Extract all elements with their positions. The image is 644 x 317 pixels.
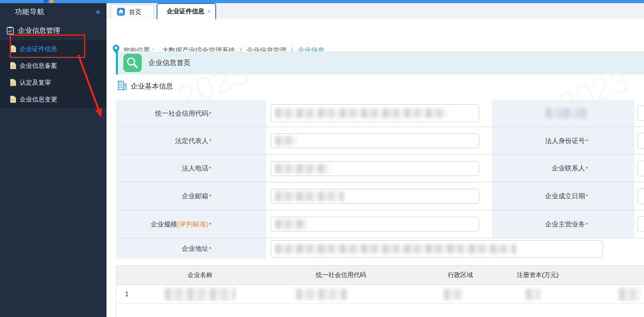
field-label: 企业主营业务* bbox=[492, 210, 634, 238]
column-header-capital: 注册资本(万元) bbox=[501, 271, 574, 279]
field-label-redacted bbox=[492, 100, 634, 127]
document-icon bbox=[10, 62, 16, 71]
column-header-region: 行政区域 bbox=[419, 271, 501, 279]
enterprise-table: 企业名称 统一社会信用代码 行政区域 注册资本(万元) 1 bbox=[116, 265, 644, 317]
field-label: 法人电话* bbox=[116, 155, 266, 182]
redacted-value bbox=[275, 244, 516, 254]
field-label: 统一社会信用代码* bbox=[116, 100, 266, 127]
form-row-email: 企业邮箱* 企业成立日期* bbox=[116, 182, 644, 210]
form-row-legal-phone: 法人电话* 企业联系人* bbox=[116, 154, 644, 182]
sidebar-submenu: 企业证件信息 企业信息备案 bbox=[0, 40, 106, 108]
redacted-value bbox=[165, 288, 235, 301]
document-icon bbox=[10, 96, 16, 105]
redacted-value bbox=[275, 164, 328, 173]
search-icon bbox=[123, 54, 142, 72]
sidebar-item-label: 企业信息变更 bbox=[20, 91, 57, 108]
required-mark: * bbox=[209, 110, 211, 117]
sidebar-item-info-change[interactable]: 企业信息变更 bbox=[0, 91, 106, 108]
scale-criteria-link[interactable]: (评判标准) bbox=[177, 220, 208, 229]
field-label: 企业成立日期* bbox=[492, 182, 634, 210]
building-icon bbox=[117, 80, 127, 92]
collapse-sidebar-icon[interactable]: « bbox=[96, 3, 100, 20]
input-edge[interactable] bbox=[637, 161, 644, 176]
redacted-value bbox=[619, 288, 640, 301]
sidebar-item-info-filing[interactable]: 企业信息备案 bbox=[0, 57, 106, 74]
required-mark: * bbox=[209, 193, 211, 199]
sidebar-item-label: 企业证件信息 bbox=[20, 40, 57, 57]
row-index: 1 bbox=[116, 291, 137, 298]
redacted-value bbox=[275, 109, 447, 118]
field-label: 法人身份证号* bbox=[492, 127, 634, 154]
column-header-credit-code: 统一社会信用代码 bbox=[263, 271, 419, 279]
sidebar-title: 功能导航 bbox=[15, 3, 45, 20]
content-area: 2023 2023 2023 您的位置： 大数据产业综合管理系统 / 企业信息管… bbox=[106, 19, 644, 317]
column-header-name: 企业名称 bbox=[137, 271, 263, 279]
tab-bar: 首页 企业证件信息 × bbox=[106, 3, 644, 19]
enterprise-basic-info-form: 统一社会信用代码* 法定代表人* bbox=[116, 100, 644, 259]
field-label: 企业规模(评判标准)* bbox=[116, 210, 266, 238]
redacted-label bbox=[545, 108, 586, 118]
required-mark: * bbox=[209, 245, 211, 252]
redacted-value bbox=[275, 219, 307, 229]
redacted-value bbox=[275, 192, 344, 201]
redacted-value bbox=[526, 289, 541, 300]
required-mark: * bbox=[586, 193, 588, 199]
legal-phone-input[interactable] bbox=[271, 161, 479, 176]
form-row-credit-code: 统一社会信用代码* bbox=[116, 100, 644, 127]
field-label: 企业地址* bbox=[116, 238, 266, 259]
sidebar-item-certificate-info[interactable]: 企业证件信息 bbox=[0, 40, 106, 57]
field-label: 企业联系人* bbox=[492, 155, 634, 182]
input-edge[interactable] bbox=[637, 133, 644, 149]
required-mark: * bbox=[209, 165, 211, 172]
required-mark: * bbox=[586, 165, 588, 172]
document-icon bbox=[10, 45, 16, 54]
sidebar-item-label: 企业信息备案 bbox=[20, 57, 57, 74]
tab-certificate-info[interactable]: 企业证件信息 × bbox=[157, 3, 216, 19]
required-mark: * bbox=[209, 138, 211, 144]
page-banner: 企业信息首页 bbox=[116, 51, 644, 74]
sidebar: 功能导航 « 企业信息管理 bbox=[0, 3, 106, 317]
table-row[interactable]: 1 bbox=[116, 285, 644, 304]
redacted-value bbox=[444, 289, 462, 300]
input-edge[interactable] bbox=[637, 216, 644, 232]
home-icon bbox=[117, 7, 125, 18]
email-input[interactable] bbox=[271, 189, 479, 204]
redacted-value bbox=[275, 136, 297, 145]
credit-code-input[interactable] bbox=[271, 104, 479, 122]
form-row-enterprise-scale: 企业规模(评判标准)* 企业主营业务* bbox=[116, 210, 644, 238]
sidebar-header: 功能导航 « bbox=[0, 3, 106, 21]
section-title-label: 企业基本信息 bbox=[131, 82, 173, 91]
tab-home-label: 首页 bbox=[129, 5, 141, 19]
form-row-address: 企业地址* bbox=[116, 238, 644, 259]
enterprise-scale-input[interactable] bbox=[271, 217, 479, 232]
app-canvas: 功能导航 « 企业信息管理 bbox=[0, 0, 644, 317]
required-mark: * bbox=[586, 221, 588, 228]
sidebar-group-label: 企业信息管理 bbox=[18, 21, 60, 40]
sidebar-group-enterprise-info[interactable]: 企业信息管理 bbox=[0, 21, 106, 40]
table-header-row: 企业名称 统一社会信用代码 行政区域 注册资本(万元) bbox=[116, 266, 644, 285]
form-row-legal-representative: 法定代表人* 法人身份证号* bbox=[116, 127, 644, 154]
close-tab-icon[interactable]: × bbox=[207, 4, 211, 18]
input-edge[interactable] bbox=[637, 188, 644, 204]
legal-representative-input[interactable] bbox=[271, 133, 479, 148]
clipboard-icon bbox=[6, 26, 14, 36]
sidebar-item-review[interactable]: 认定及复审 bbox=[0, 74, 106, 91]
field-label: 企业邮箱* bbox=[116, 182, 266, 210]
top-strip bbox=[0, 0, 644, 3]
address-input[interactable] bbox=[271, 240, 603, 257]
input-edge[interactable] bbox=[637, 105, 644, 121]
field-label: 法定代表人* bbox=[116, 127, 266, 154]
required-mark: * bbox=[586, 138, 588, 144]
sidebar-item-label: 认定及复审 bbox=[20, 74, 51, 91]
banner-title: 企业信息首页 bbox=[148, 51, 191, 74]
tab-home[interactable]: 首页 bbox=[111, 5, 154, 19]
tab-active-label: 企业证件信息 bbox=[167, 4, 204, 18]
section-title: 企业基本信息 bbox=[117, 81, 173, 92]
redacted-value bbox=[296, 289, 347, 300]
document-icon bbox=[10, 79, 16, 88]
main-area: 首页 企业证件信息 × 2023 2023 2023 您的位置： 大数据产 bbox=[106, 3, 644, 317]
required-mark: * bbox=[209, 221, 211, 228]
